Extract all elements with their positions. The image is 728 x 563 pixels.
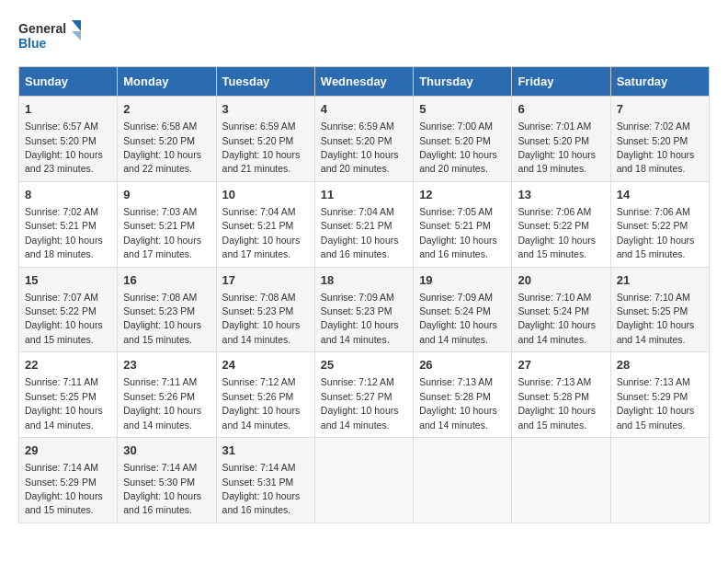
day-number: 18 (321, 272, 407, 289)
calendar-cell: 31Sunrise: 7:14 AM Sunset: 5:31 PM Dayli… (216, 438, 314, 523)
day-number: 21 (617, 272, 703, 289)
weekday-header-tuesday: Tuesday (216, 67, 314, 97)
weekday-header-saturday: Saturday (610, 67, 709, 97)
calendar-cell: 23Sunrise: 7:11 AM Sunset: 5:26 PM Dayli… (118, 352, 216, 438)
calendar-cell: 18Sunrise: 7:09 AM Sunset: 5:23 PM Dayli… (314, 267, 413, 352)
svg-text:General: General (18, 21, 66, 36)
day-info: Sunrise: 7:04 AM Sunset: 5:21 PM Dayligh… (321, 206, 399, 259)
day-number: 17 (222, 272, 309, 289)
calendar-cell (610, 438, 709, 523)
calendar-cell: 9Sunrise: 7:03 AM Sunset: 5:21 PM Daylig… (118, 181, 216, 267)
day-info: Sunrise: 6:59 AM Sunset: 5:20 PM Dayligh… (321, 121, 399, 174)
day-info: Sunrise: 7:11 AM Sunset: 5:26 PM Dayligh… (123, 376, 201, 430)
day-info: Sunrise: 7:11 AM Sunset: 5:25 PM Dayligh… (25, 376, 103, 430)
calendar-week-row: 15Sunrise: 7:07 AM Sunset: 5:22 PM Dayli… (19, 267, 710, 352)
calendar-table: SundayMondayTuesdayWednesdayThursdayFrid… (18, 66, 710, 523)
calendar-cell: 19Sunrise: 7:09 AM Sunset: 5:24 PM Dayli… (414, 267, 512, 352)
calendar-cell: 27Sunrise: 7:13 AM Sunset: 5:28 PM Dayli… (512, 352, 610, 438)
calendar-cell: 10Sunrise: 7:04 AM Sunset: 5:21 PM Dayli… (216, 181, 314, 267)
calendar-cell (314, 438, 413, 523)
weekday-header-friday: Friday (512, 67, 610, 97)
day-info: Sunrise: 7:10 AM Sunset: 5:24 PM Dayligh… (518, 292, 596, 345)
calendar-cell: 7Sunrise: 7:02 AM Sunset: 5:20 PM Daylig… (610, 97, 709, 182)
day-info: Sunrise: 7:08 AM Sunset: 5:23 PM Dayligh… (123, 292, 201, 345)
weekday-header-monday: Monday (118, 67, 216, 97)
calendar-cell: 15Sunrise: 7:07 AM Sunset: 5:22 PM Dayli… (19, 267, 118, 352)
day-number: 4 (321, 101, 407, 118)
day-info: Sunrise: 7:13 AM Sunset: 5:28 PM Dayligh… (419, 376, 497, 430)
calendar-cell: 30Sunrise: 7:14 AM Sunset: 5:30 PM Dayli… (118, 438, 216, 523)
day-number: 29 (25, 442, 111, 459)
calendar-cell: 25Sunrise: 7:12 AM Sunset: 5:27 PM Dayli… (314, 352, 413, 438)
svg-text:Blue: Blue (18, 36, 47, 51)
calendar-cell: 29Sunrise: 7:14 AM Sunset: 5:29 PM Dayli… (19, 438, 118, 523)
day-number: 3 (222, 101, 309, 118)
weekday-header-sunday: Sunday (19, 67, 118, 97)
calendar-week-row: 29Sunrise: 7:14 AM Sunset: 5:29 PM Dayli… (19, 438, 710, 523)
calendar-cell: 8Sunrise: 7:02 AM Sunset: 5:21 PM Daylig… (19, 181, 118, 267)
day-info: Sunrise: 7:02 AM Sunset: 5:21 PM Dayligh… (25, 206, 103, 259)
day-info: Sunrise: 7:12 AM Sunset: 5:26 PM Dayligh… (222, 376, 301, 430)
day-info: Sunrise: 7:02 AM Sunset: 5:20 PM Dayligh… (617, 121, 695, 174)
day-number: 28 (617, 357, 703, 373)
day-info: Sunrise: 7:07 AM Sunset: 5:22 PM Dayligh… (25, 292, 103, 345)
day-number: 19 (419, 272, 506, 289)
day-info: Sunrise: 7:09 AM Sunset: 5:23 PM Dayligh… (321, 292, 399, 345)
calendar-cell (414, 438, 512, 523)
day-info: Sunrise: 7:06 AM Sunset: 5:22 PM Dayligh… (518, 206, 596, 259)
day-number: 8 (25, 187, 111, 203)
day-info: Sunrise: 7:08 AM Sunset: 5:23 PM Dayligh… (222, 292, 301, 345)
calendar-cell: 20Sunrise: 7:10 AM Sunset: 5:24 PM Dayli… (512, 267, 610, 352)
calendar-cell: 21Sunrise: 7:10 AM Sunset: 5:25 PM Dayli… (610, 267, 709, 352)
day-info: Sunrise: 7:10 AM Sunset: 5:25 PM Dayligh… (617, 292, 695, 345)
day-number: 23 (123, 357, 210, 373)
calendar-cell: 1Sunrise: 6:57 AM Sunset: 5:20 PM Daylig… (19, 97, 118, 182)
svg-marker-3 (72, 31, 81, 40)
calendar-week-row: 22Sunrise: 7:11 AM Sunset: 5:25 PM Dayli… (19, 352, 710, 438)
weekday-header-thursday: Thursday (414, 67, 512, 97)
day-number: 25 (321, 357, 407, 373)
calendar-cell: 14Sunrise: 7:06 AM Sunset: 5:22 PM Dayli… (610, 181, 709, 267)
day-info: Sunrise: 7:14 AM Sunset: 5:31 PM Dayligh… (222, 462, 301, 515)
calendar-cell: 28Sunrise: 7:13 AM Sunset: 5:29 PM Dayli… (610, 352, 709, 438)
calendar-week-row: 8Sunrise: 7:02 AM Sunset: 5:21 PM Daylig… (19, 181, 710, 267)
day-number: 9 (123, 187, 210, 203)
day-info: Sunrise: 7:00 AM Sunset: 5:20 PM Dayligh… (419, 121, 497, 174)
day-number: 24 (222, 357, 309, 373)
day-number: 26 (419, 357, 506, 373)
page-header: General Blue (18, 18, 710, 57)
day-number: 22 (25, 357, 111, 373)
day-info: Sunrise: 7:06 AM Sunset: 5:22 PM Dayligh… (617, 206, 695, 259)
day-info: Sunrise: 7:12 AM Sunset: 5:27 PM Dayligh… (321, 376, 399, 430)
day-info: Sunrise: 7:13 AM Sunset: 5:28 PM Dayligh… (518, 376, 596, 430)
calendar-cell: 6Sunrise: 7:01 AM Sunset: 5:20 PM Daylig… (512, 97, 610, 182)
day-number: 5 (419, 101, 506, 118)
day-info: Sunrise: 7:01 AM Sunset: 5:20 PM Dayligh… (518, 121, 596, 174)
day-number: 14 (617, 187, 703, 203)
day-number: 13 (518, 187, 604, 203)
logo-svg: General Blue (18, 18, 83, 57)
calendar-week-row: 1Sunrise: 6:57 AM Sunset: 5:20 PM Daylig… (19, 97, 710, 182)
calendar-body: 1Sunrise: 6:57 AM Sunset: 5:20 PM Daylig… (19, 97, 710, 523)
calendar-cell: 13Sunrise: 7:06 AM Sunset: 5:22 PM Dayli… (512, 181, 610, 267)
calendar-cell: 4Sunrise: 6:59 AM Sunset: 5:20 PM Daylig… (314, 97, 413, 182)
day-number: 15 (25, 272, 111, 289)
calendar-cell: 3Sunrise: 6:59 AM Sunset: 5:20 PM Daylig… (216, 97, 314, 182)
day-number: 11 (321, 187, 407, 203)
logo: General Blue (18, 18, 83, 57)
day-number: 20 (518, 272, 604, 289)
day-info: Sunrise: 6:57 AM Sunset: 5:20 PM Dayligh… (25, 121, 103, 174)
day-number: 16 (123, 272, 210, 289)
day-info: Sunrise: 7:14 AM Sunset: 5:30 PM Dayligh… (123, 462, 201, 515)
day-info: Sunrise: 7:13 AM Sunset: 5:29 PM Dayligh… (617, 376, 695, 430)
day-number: 2 (123, 101, 210, 118)
day-number: 12 (419, 187, 506, 203)
day-info: Sunrise: 7:04 AM Sunset: 5:21 PM Dayligh… (222, 206, 301, 259)
calendar-cell: 12Sunrise: 7:05 AM Sunset: 5:21 PM Dayli… (414, 181, 512, 267)
weekday-header-wednesday: Wednesday (314, 67, 413, 97)
day-info: Sunrise: 7:03 AM Sunset: 5:21 PM Dayligh… (123, 206, 201, 259)
weekday-header-row: SundayMondayTuesdayWednesdayThursdayFrid… (19, 67, 710, 97)
svg-marker-2 (72, 20, 81, 31)
calendar-header: SundayMondayTuesdayWednesdayThursdayFrid… (19, 67, 710, 97)
calendar-cell: 22Sunrise: 7:11 AM Sunset: 5:25 PM Dayli… (19, 352, 118, 438)
